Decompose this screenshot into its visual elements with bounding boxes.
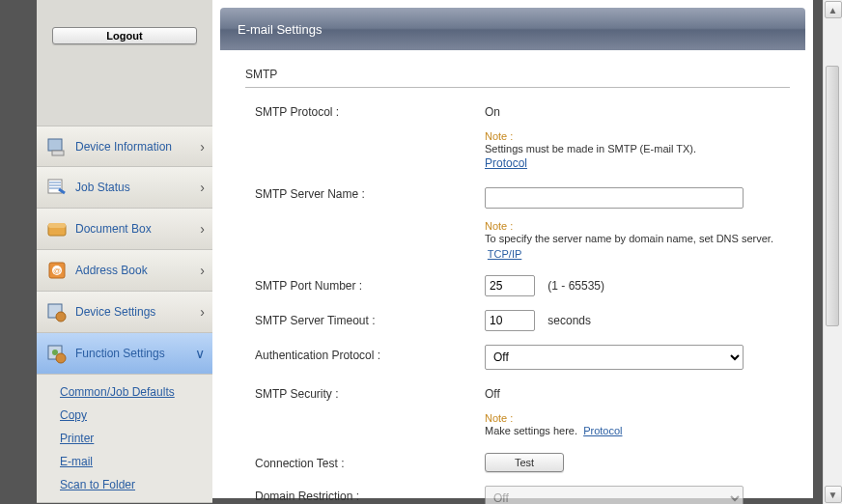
section-title: SMTP: [245, 68, 790, 81]
label-smtp-security: SMTP Security :: [245, 383, 485, 401]
svg-point-12: [56, 353, 66, 363]
value-smtp-security: Off: [485, 387, 790, 401]
scroll-thumb[interactable]: [826, 66, 839, 326]
row-smtp-server-name: SMTP Server Name :: [245, 183, 790, 209]
row-auth-protocol: Authentication Protocol : Off: [245, 345, 790, 370]
page-title-bar: E-mail Settings: [220, 8, 805, 50]
label-smtp-port: SMTP Port Number :: [245, 275, 485, 293]
job-status-icon: [44, 176, 70, 199]
label-conn-test: Connection Test :: [245, 453, 485, 470]
chevron-right-icon: ›: [200, 139, 205, 154]
smtp-timeout-input[interactable]: [485, 310, 535, 331]
logout-button[interactable]: Logout: [52, 27, 197, 44]
note-body: Make settings here. Protocol: [485, 424, 790, 438]
svg-rect-4: [48, 223, 66, 228]
auth-protocol-select[interactable]: Off: [485, 345, 744, 370]
sidebar-item-device-information[interactable]: Device Information ›: [37, 126, 212, 167]
chevron-down-icon: ∨: [195, 346, 205, 361]
row-smtp-security: SMTP Security : Off: [245, 383, 790, 401]
row-smtp-protocol: SMTP Protocol : On: [245, 101, 790, 119]
nav-label: Address Book: [75, 264, 148, 277]
value-smtp-protocol: On: [485, 105, 790, 119]
scroll-down-icon[interactable]: ▼: [825, 486, 842, 503]
svg-point-11: [52, 350, 58, 355]
sidebar-item-document-box[interactable]: Document Box ›: [37, 209, 212, 250]
row-conn-test: Connection Test : Test: [245, 453, 790, 472]
nav-label: Device Information: [75, 140, 172, 154]
protocol-link-2[interactable]: Protocol: [583, 425, 622, 436]
label-smtp-server-name: SMTP Server Name :: [245, 183, 485, 201]
subnav-printer[interactable]: Printer: [56, 427, 212, 450]
smtp-port-hint: (1 - 65535): [547, 279, 604, 293]
chevron-right-icon: ›: [200, 221, 205, 237]
note-title: Note :: [485, 130, 790, 142]
tcpip-link[interactable]: TCP/IP: [488, 248, 521, 260]
svg-point-9: [56, 312, 66, 322]
sidebar-item-address-book[interactable]: @ Address Book ›: [37, 250, 212, 292]
nav-list: Device Information › Job Status › Docume…: [37, 126, 212, 375]
subnav-email[interactable]: E-mail: [56, 450, 212, 473]
row-smtp-timeout: SMTP Server Timeout : seconds: [245, 310, 790, 331]
content: SMTP SMTP Protocol : On Note : Settings …: [212, 50, 813, 504]
protocol-link[interactable]: Protocol: [485, 156, 527, 170]
note-body: Settings must be made in SMTP (E-mail TX…: [485, 142, 790, 156]
smtp-port-input[interactable]: [485, 275, 535, 296]
page-title: E-mail Settings: [238, 22, 322, 37]
svg-text:@: @: [53, 266, 61, 275]
note-title: Note :: [485, 412, 790, 424]
domain-restriction-select[interactable]: Off: [485, 486, 744, 504]
subnav-copy[interactable]: Copy: [56, 404, 212, 427]
nav-label: Function Settings: [75, 347, 165, 360]
section-rule: [245, 87, 790, 88]
chevron-right-icon: ›: [200, 304, 205, 320]
scroll-up-icon[interactable]: ▲: [825, 1, 842, 18]
row-note-2: Note : To specify the server name by dom…: [245, 216, 790, 262]
label-auth-protocol: Authentication Protocol :: [245, 345, 485, 362]
test-button[interactable]: Test: [485, 453, 564, 472]
smtp-server-name-input[interactable]: [485, 187, 744, 209]
device-info-icon: [44, 135, 70, 158]
nav-label: Document Box: [75, 222, 152, 236]
row-domain-restriction: Domain Restriction : Off: [245, 486, 790, 504]
label-smtp-protocol: SMTP Protocol :: [245, 101, 485, 119]
document-box-icon: [44, 217, 70, 240]
svg-rect-0: [48, 139, 62, 151]
subnav-common-job-defaults[interactable]: Common/Job Defaults: [56, 380, 212, 404]
address-book-icon: @: [44, 259, 70, 282]
chevron-right-icon: ›: [200, 263, 205, 278]
sidebar-item-function-settings[interactable]: Function Settings ∨: [37, 333, 212, 375]
svg-rect-1: [52, 151, 64, 155]
sidebar-item-job-status[interactable]: Job Status ›: [37, 167, 212, 209]
sidebar: Logout Device Information › Job Status ›: [37, 0, 212, 498]
row-smtp-port: SMTP Port Number : (1 - 65535): [245, 275, 790, 296]
chevron-right-icon: ›: [200, 180, 205, 195]
smtp-timeout-unit: seconds: [547, 314, 591, 327]
device-settings-icon: [44, 300, 70, 323]
nav-label: Device Settings: [75, 305, 155, 319]
page-scrollbar[interactable]: ▲ ▼: [823, 0, 842, 504]
row-note-1: Note : Settings must be made in SMTP (E-…: [245, 126, 790, 170]
subnav-list: Common/Job Defaults Copy Printer E-mail …: [37, 375, 212, 503]
main-panel: E-mail Settings SMTP SMTP Protocol : On …: [212, 0, 813, 498]
label-smtp-timeout: SMTP Server Timeout :: [245, 310, 485, 327]
sidebar-item-device-settings[interactable]: Device Settings ›: [37, 292, 212, 333]
function-settings-icon: [44, 342, 70, 365]
label-domain-restriction: Domain Restriction :: [245, 486, 485, 503]
row-note-3: Note : Make settings here. Protocol: [245, 408, 790, 438]
nav-label: Job Status: [75, 181, 130, 194]
note-body: To specify the server name by domain nam…: [485, 232, 790, 262]
note-title: Note :: [485, 220, 790, 232]
subnav-scan-to-folder[interactable]: Scan to Folder: [56, 473, 212, 496]
logout-row: Logout: [37, 0, 212, 126]
